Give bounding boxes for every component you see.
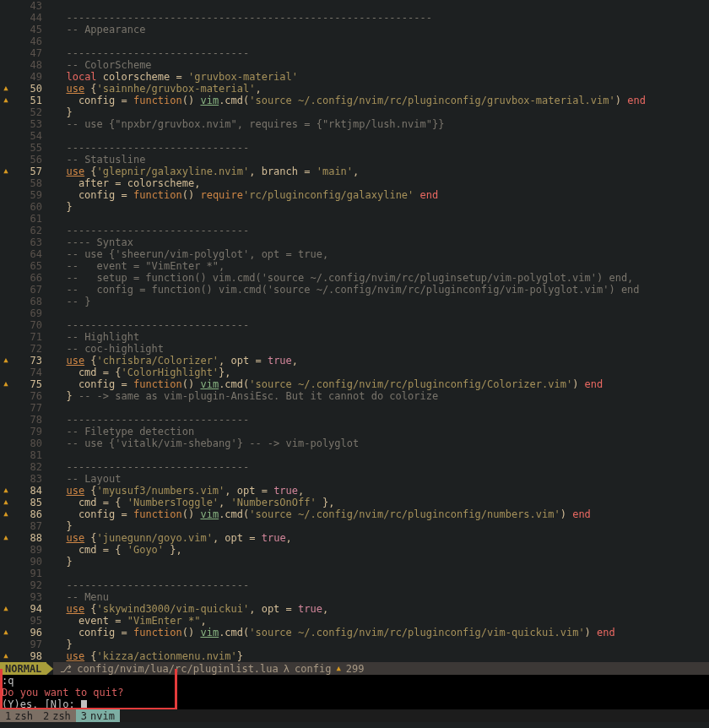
code-content[interactable]: }: [54, 201, 709, 213]
code-content[interactable]: ------------------------------: [54, 579, 709, 591]
code-line[interactable]: 78 ------------------------------: [0, 414, 709, 426]
code-content[interactable]: use {'skywind3000/vim-quickui', opt = tr…: [54, 603, 709, 615]
code-content[interactable]: ------------------------------: [54, 142, 709, 154]
code-line[interactable]: 61: [0, 213, 709, 225]
code-line[interactable]: 73 use {'chrisbra/Colorizer', opt = true…: [0, 355, 709, 367]
code-content[interactable]: }: [54, 638, 709, 650]
code-content[interactable]: ------------------------------: [54, 319, 709, 331]
code-content[interactable]: config = function() vim.cmd('source ~/.c…: [54, 378, 709, 390]
code-content[interactable]: ---- Syntax: [54, 236, 709, 248]
code-line[interactable]: 66 -- setup = function() vim.cmd('source…: [0, 272, 709, 284]
code-line[interactable]: 54: [0, 130, 709, 142]
code-content[interactable]: after = colorscheme,: [54, 177, 709, 189]
code-line[interactable]: 88 use {'junegunn/goyo.vim', opt = true,: [0, 532, 709, 544]
code-line[interactable]: 53 -- use {"npxbr/gruvbox.nvim", require…: [0, 118, 709, 130]
code-line[interactable]: 69: [0, 307, 709, 319]
code-line[interactable]: 68 -- }: [0, 296, 709, 307]
code-content[interactable]: use {'glepnir/galaxyline.nvim', branch =…: [54, 166, 709, 177]
code-content[interactable]: ------------------------------: [54, 414, 709, 426]
code-line[interactable]: 71 -- Highlight: [0, 331, 709, 343]
code-content[interactable]: -- use {'vitalk/vim-shebang'} -- -> vim-…: [54, 437, 709, 449]
code-line[interactable]: 84 use {'myusuf3/numbers.vim', opt = tru…: [0, 485, 709, 497]
code-content[interactable]: -- Highlight: [54, 331, 709, 343]
code-content[interactable]: [54, 568, 709, 579]
code-line[interactable]: 65 -- event = "VimEnter *",: [0, 260, 709, 272]
code-content[interactable]: -- event = "VimEnter *",: [54, 260, 709, 272]
code-line[interactable]: 96 config = function() vim.cmd('source ~…: [0, 627, 709, 638]
confirm-prompt-line[interactable]: (Y)es, [N]o:: [2, 698, 707, 710]
code-content[interactable]: -- use {"npxbr/gruvbox.nvim", requires =…: [54, 118, 709, 130]
code-line[interactable]: 45 -- Appearance: [0, 24, 709, 35]
code-line[interactable]: 63 ---- Syntax: [0, 236, 709, 248]
code-content[interactable]: -- Layout: [54, 473, 709, 485]
code-content[interactable]: ----------------------------------------…: [54, 12, 709, 24]
code-line[interactable]: 55 ------------------------------: [0, 142, 709, 154]
code-line[interactable]: 67 -- config = function() vim.cmd('sourc…: [0, 284, 709, 296]
code-content[interactable]: -- ColorScheme: [54, 59, 709, 71]
tmux-window-tab[interactable]: 3nvim: [76, 709, 120, 722]
code-content[interactable]: -- setup = function() vim.cmd('source ~/…: [54, 272, 709, 284]
code-content[interactable]: local colorscheme = 'gruvbox-material': [54, 71, 709, 83]
editor-viewport[interactable]: 4344 -----------------------------------…: [0, 0, 709, 728]
code-line[interactable]: 93 -- Menu: [0, 591, 709, 603]
code-content[interactable]: [54, 35, 709, 47]
code-line[interactable]: 58 after = colorscheme,: [0, 177, 709, 189]
code-content[interactable]: [54, 0, 709, 12]
code-content[interactable]: }: [54, 556, 709, 568]
code-content[interactable]: ------------------------------: [54, 47, 709, 59]
code-content[interactable]: [54, 402, 709, 414]
code-line[interactable]: 72 -- coc-highlight: [0, 343, 709, 355]
code-line[interactable]: 77: [0, 402, 709, 414]
code-line[interactable]: 46: [0, 35, 709, 47]
code-line[interactable]: 64 -- use {'sheerun/vim-polyglot', opt =…: [0, 248, 709, 260]
command-line-area[interactable]: :q Do you want to quit? (Y)es, [N]o:: [0, 675, 709, 710]
code-line[interactable]: 57 use {'glepnir/galaxyline.nvim', branc…: [0, 166, 709, 177]
code-content[interactable]: use {'junegunn/goyo.vim', opt = true,: [54, 532, 709, 544]
code-content[interactable]: cmd = {'ColorHighlight'},: [54, 367, 709, 378]
code-line[interactable]: 50 use {'sainnhe/gruvbox-material',: [0, 83, 709, 95]
code-content[interactable]: } -- -> same as vim-plugin-AnsiEsc. But …: [54, 390, 709, 402]
code-content[interactable]: use {'myusuf3/numbers.vim', opt = true,: [54, 485, 709, 497]
code-line[interactable]: 48 -- ColorScheme: [0, 59, 709, 71]
code-line[interactable]: 97 }: [0, 638, 709, 650]
code-line[interactable]: 80 -- use {'vitalk/vim-shebang'} -- -> v…: [0, 437, 709, 449]
code-content[interactable]: cmd = { 'NumbersToggle', 'NumbersOnOff' …: [54, 497, 709, 508]
code-content[interactable]: -- Statusline: [54, 154, 709, 166]
code-line[interactable]: 52 }: [0, 106, 709, 118]
code-line[interactable]: 49 local colorscheme = 'gruvbox-material…: [0, 71, 709, 83]
code-content[interactable]: config = function() vim.cmd('source ~/.c…: [54, 627, 709, 638]
code-line[interactable]: 86 config = function() vim.cmd('source ~…: [0, 508, 709, 520]
code-line[interactable]: 76 } -- -> same as vim-plugin-AnsiEsc. B…: [0, 390, 709, 402]
code-line[interactable]: 51 config = function() vim.cmd('source ~…: [0, 95, 709, 106]
code-content[interactable]: -- config = function() vim.cmd('source ~…: [54, 284, 709, 296]
code-content[interactable]: cmd = { 'Goyo' },: [54, 544, 709, 556]
code-content[interactable]: -- Filetype detection: [54, 426, 709, 437]
code-line[interactable]: 62 ------------------------------: [0, 225, 709, 236]
code-content[interactable]: config = function() require'rc/plugincon…: [54, 189, 709, 201]
code-line[interactable]: 70 ------------------------------: [0, 319, 709, 331]
code-line[interactable]: 44 -------------------------------------…: [0, 12, 709, 24]
code-line[interactable]: 43: [0, 0, 709, 12]
code-line[interactable]: 47 ------------------------------: [0, 47, 709, 59]
code-content[interactable]: -- use {'sheerun/vim-polyglot', opt = tr…: [54, 248, 709, 260]
code-content[interactable]: ------------------------------: [54, 225, 709, 236]
code-line[interactable]: 98 use {'kizza/actionmenu.nvim'}: [0, 650, 709, 662]
code-line[interactable]: 92 ------------------------------: [0, 579, 709, 591]
code-content[interactable]: -- Appearance: [54, 24, 709, 35]
tmux-window-tab[interactable]: 2zsh: [38, 709, 76, 722]
code-line[interactable]: 56 -- Statusline: [0, 154, 709, 166]
code-content[interactable]: use {'chrisbra/Colorizer', opt = true,: [54, 355, 709, 367]
code-line[interactable]: 90 }: [0, 556, 709, 568]
code-line[interactable]: 95 event = "VimEnter *",: [0, 615, 709, 627]
code-content[interactable]: [54, 449, 709, 461]
code-line[interactable]: 89 cmd = { 'Goyo' },: [0, 544, 709, 556]
code-content[interactable]: -- coc-highlight: [54, 343, 709, 355]
code-line[interactable]: 81: [0, 449, 709, 461]
code-content[interactable]: use {'kizza/actionmenu.nvim'}: [54, 650, 709, 662]
code-content[interactable]: [54, 307, 709, 319]
code-line[interactable]: 79 -- Filetype detection: [0, 426, 709, 437]
code-line[interactable]: 59 config = function() require'rc/plugin…: [0, 189, 709, 201]
code-content[interactable]: [54, 213, 709, 225]
code-content[interactable]: ------------------------------: [54, 461, 709, 473]
code-content[interactable]: config = function() vim.cmd('source ~/.c…: [54, 95, 709, 106]
